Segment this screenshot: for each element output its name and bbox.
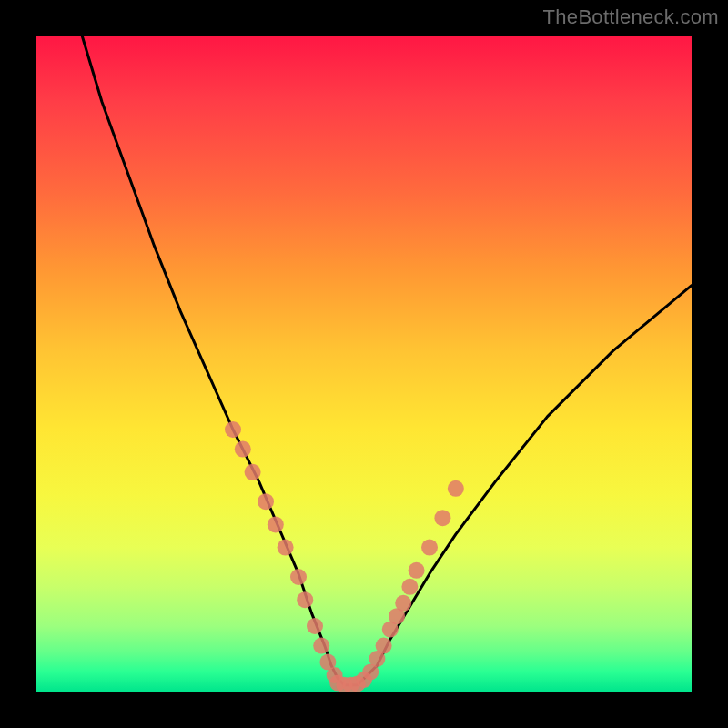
marker-dot: [258, 493, 274, 510]
marker-dot: [307, 618, 323, 634]
marker-dot: [434, 510, 450, 526]
marker-dot: [278, 540, 294, 556]
marker-dot: [376, 638, 392, 654]
data-markers: [225, 421, 464, 692]
curve-path: [82, 36, 692, 685]
plot-area: [36, 36, 692, 692]
marker-dot: [235, 441, 251, 458]
chart-frame: TheBottleneck.com: [0, 0, 728, 728]
watermark-text: TheBottleneck.com: [543, 5, 719, 29]
marker-dot: [401, 579, 418, 595]
marker-dot: [225, 421, 241, 438]
marker-dot: [409, 562, 425, 579]
marker-dot: [290, 569, 307, 585]
bottleneck-curve: [82, 36, 692, 685]
marker-dot: [313, 638, 329, 654]
marker-dot: [245, 464, 261, 480]
marker-dot: [448, 480, 464, 497]
marker-dot: [268, 516, 284, 532]
marker-dot: [297, 592, 313, 608]
marker-dot: [395, 595, 411, 612]
chart-svg: [36, 36, 692, 692]
marker-dot: [421, 540, 438, 556]
